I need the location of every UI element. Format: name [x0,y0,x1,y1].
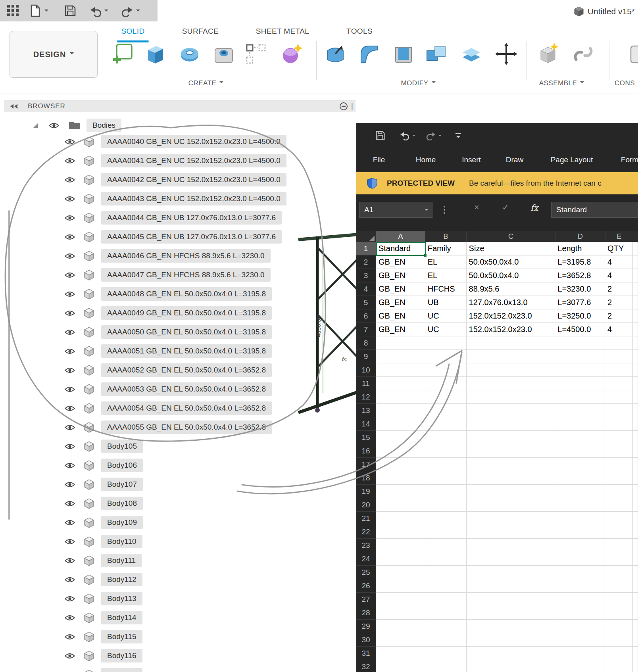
browser-item-label[interactable]: Body111 [101,554,142,567]
excel-menu-home[interactable]: Home [416,152,436,168]
cell-B26[interactable] [425,579,467,593]
visibility-eye-icon[interactable] [64,196,75,202]
cell-E7[interactable]: 4 [605,323,633,336]
cell-A8[interactable] [376,336,425,350]
hole-icon[interactable] [212,42,236,66]
cell-A32[interactable] [376,660,425,672]
cell-F5[interactable] [633,296,638,309]
cell-E23[interactable] [605,539,633,552]
cell-F30[interactable] [633,633,638,647]
assemble-group-label[interactable]: ASSEMBLE [531,79,592,88]
cell-E5[interactable]: 2 [605,296,633,309]
cell-F8[interactable] [633,336,638,350]
shell-icon[interactable] [392,42,415,66]
excel-menu-page-layout[interactable]: Page Layout [551,152,593,168]
cell-D8[interactable] [555,336,605,350]
cell-C2[interactable]: 50.0x50.0x4.0 [467,255,555,269]
cell-C30[interactable] [467,633,555,647]
browser-item[interactable]: AAAA0051 GB_EN EL 50.0x50.0x4.0 L=3195.8 [64,342,286,361]
cell-E25[interactable] [605,566,633,579]
cell-F23[interactable] [633,539,638,552]
browser-item[interactable]: Body111 [64,551,286,570]
cell-B8[interactable] [425,336,467,350]
chevron-down-icon[interactable] [104,10,108,13]
cell-A23[interactable] [376,539,425,552]
column-header-E[interactable]: E [605,231,633,242]
browser-item-label[interactable]: Body105 [101,440,143,453]
cell-B2[interactable]: EL [425,255,467,269]
cell-D23[interactable] [555,539,605,552]
row-header-3[interactable]: 3 [356,269,376,282]
row-header-2[interactable]: 2 [356,255,376,269]
browser-item[interactable]: AAAA0043 GB_EN UC 152.0x152.0x23.0 L=450… [64,189,286,208]
column-header-partial[interactable] [633,231,638,242]
cell-D10[interactable] [555,363,605,377]
row-header-20[interactable]: 20 [356,498,376,512]
cell-C31[interactable] [467,647,555,660]
visibility-eye-icon[interactable] [64,576,75,583]
cell-E10[interactable] [605,363,633,377]
cell-D21[interactable] [555,512,605,525]
browser-scrollbar[interactable] [8,210,10,520]
visibility-eye-icon[interactable] [64,557,75,564]
cell-F9[interactable] [633,350,638,363]
cell-E17[interactable] [605,458,633,471]
cell-F13[interactable] [633,404,638,417]
cell-B27[interactable] [425,593,467,606]
confirm-entry-icon[interactable]: ✓ [502,202,509,213]
create-group-label[interactable]: CREATE [178,79,234,88]
browser-item[interactable]: AAAA0041 GB_EN UC 152.0x152.0x23.0 L=450… [64,151,286,170]
tab-surface[interactable]: SURFACE [178,25,223,40]
browser-item[interactable]: Body105 [64,437,286,456]
visibility-eye-icon[interactable] [64,595,75,602]
cell-A15[interactable] [376,431,425,444]
browser-item-label[interactable]: Body117 [101,668,142,672]
visibility-eye-icon[interactable] [64,500,75,507]
excel-menu-draw[interactable]: Draw [506,152,523,168]
column-header-C[interactable]: C [467,231,555,242]
visibility-eye-icon[interactable] [64,272,75,278]
browser-item[interactable]: Body113 [64,589,286,608]
browser-item-label[interactable]: AAAA0044 GB_EN UB 127.0x76.0x13.0 L=3077… [101,211,282,225]
cell-B15[interactable] [425,431,467,444]
chevron-down-icon[interactable] [136,10,140,13]
cell-F10[interactable] [633,363,638,377]
chevron-down-icon[interactable] [44,10,48,13]
cell-F17[interactable] [633,458,638,471]
tab-tools[interactable]: TOOLS [342,25,377,40]
excel-menu-file[interactable]: File [373,152,385,168]
row-header-25[interactable]: 25 [356,566,376,579]
cell-D30[interactable] [555,633,605,647]
cell-B6[interactable]: UC [425,309,467,323]
create-sketch-icon[interactable] [110,42,134,66]
cell-A11[interactable] [376,377,425,390]
row-header-17[interactable]: 17 [356,458,376,471]
row-header-12[interactable]: 12 [356,390,376,404]
create-form-icon[interactable] [280,42,304,66]
cell-C19[interactable] [467,485,555,498]
cell-C12[interactable] [467,390,555,404]
row-header-26[interactable]: 26 [356,579,376,593]
visibility-eye-icon[interactable] [64,348,75,355]
cell-C21[interactable] [467,512,555,525]
browser-item-label[interactable]: AAAA0054 GB_EN EL 50.0x50.0x4.0 L=3652.8 [101,401,272,415]
cell-C20[interactable] [467,498,555,512]
cell-D27[interactable] [555,593,605,606]
visibility-eye-icon[interactable] [64,157,75,164]
cell-C24[interactable] [467,552,555,566]
row-header-27[interactable]: 27 [356,593,376,606]
visibility-eye-icon[interactable] [64,386,75,393]
browser-item[interactable]: Body116 [64,646,286,665]
cell-F27[interactable] [633,593,638,606]
visibility-eye-icon[interactable] [64,215,75,221]
browser-item-label[interactable]: Body108 [101,497,143,510]
cell-F7[interactable] [633,323,638,336]
row-header-19[interactable]: 19 [356,485,376,498]
cell-C28[interactable] [467,606,555,620]
cell-A22[interactable] [376,525,425,539]
cell-B7[interactable]: UC [425,323,467,336]
cell-F21[interactable] [633,512,638,525]
cell-E28[interactable] [605,606,633,620]
undo-icon[interactable] [90,6,102,17]
cell-F32[interactable] [633,660,638,672]
